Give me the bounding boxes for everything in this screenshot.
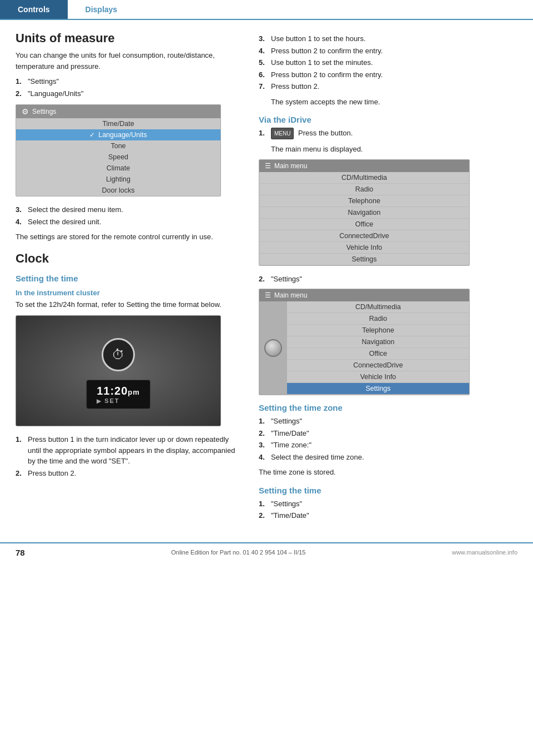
menu-icon: ☰ xyxy=(265,162,271,170)
gear-icon: ⚙ xyxy=(22,107,29,116)
via-idrive-steps: 1. MENU Press the button. xyxy=(259,128,517,139)
units-footer: The settings are stored for the remote c… xyxy=(16,231,243,243)
menu-row: Vehicle Info xyxy=(287,371,469,383)
units-title: Units of measure xyxy=(16,31,243,46)
step7-subtext: The system accepts the new time. xyxy=(271,97,517,108)
setting-time2-steps: 1. "Settings" 2. "Time/Date" xyxy=(259,498,517,521)
menu-item-language: Language/Units xyxy=(16,129,220,140)
settings-screenshot: ⚙ Settings Time/Date Language/Units Tone… xyxy=(16,104,221,196)
list-item: 1. "Settings" xyxy=(259,498,517,510)
list-item: 1. "Settings" xyxy=(16,76,243,87)
units-body: You can change the units for fuel consum… xyxy=(16,50,243,72)
instrument-cluster-title: In the instrument cluster xyxy=(16,289,243,297)
list-item: 1. "Settings" xyxy=(259,416,517,427)
main-menu-displayed: The main menu is displayed. xyxy=(271,144,517,155)
menu-item-timedate: Time/Date xyxy=(16,118,220,129)
menu-row: ConnectedDrive xyxy=(259,230,469,242)
main-menu-header-2: ☰ Main menu xyxy=(259,289,469,301)
cluster-screenshot: ⏱ 11:20pm SET xyxy=(16,315,221,426)
menu-layout-2: CD/Multimedia Radio Telephone Navigation… xyxy=(259,301,469,395)
menu-item-doorlocks: Door locks xyxy=(16,185,220,196)
time-display: 11:20pm xyxy=(97,385,140,397)
menu-row: CD/Multimedia xyxy=(287,301,469,313)
menu-item-climate: Climate xyxy=(16,163,220,174)
set-label: SET xyxy=(97,397,140,404)
header: Controls Displays xyxy=(0,0,533,20)
menu-icon-2: ☰ xyxy=(265,291,271,299)
list-item: 2. "Time/Date" xyxy=(259,428,517,439)
list-item: 1. Press button 1 in the turn indicator … xyxy=(16,434,243,467)
page-body: Units of measure You can change the unit… xyxy=(0,20,533,537)
menu-items-col-2: CD/Multimedia Radio Telephone Navigation… xyxy=(287,301,469,395)
list-item: 6. Press button 2 to confirm the entry. xyxy=(259,69,517,80)
menu-row: Radio xyxy=(287,313,469,325)
setting-time-title: Setting the time xyxy=(16,274,243,283)
list-item: 2. "Language/Units" xyxy=(16,88,243,99)
menu-item-tone: Tone xyxy=(16,140,220,152)
menu-item-lighting: Lighting xyxy=(16,174,220,185)
menu-row: Telephone xyxy=(259,195,469,207)
units-steps-cont: 3. Select the desired menu item. 4. Sele… xyxy=(16,204,243,227)
knob-circle xyxy=(264,339,282,357)
list-item: 4. Select the desired time zone. xyxy=(259,452,517,463)
menu-row: Radio xyxy=(259,184,469,195)
menu-button-icon: MENU xyxy=(271,128,294,139)
via-idrive-step2-list: 2. "Settings" xyxy=(259,274,517,285)
list-item: 1. MENU Press the button. xyxy=(259,128,517,139)
menu-row: CD/Multimedia xyxy=(259,172,469,184)
units-list: 1. "Settings" 2. "Language/Units" xyxy=(16,76,243,99)
menu-row: Telephone xyxy=(287,325,469,336)
main-menu-header: ☰ Main menu xyxy=(259,160,469,172)
list-item: 3. Use button 1 to set the hours. xyxy=(259,33,517,44)
clock-title: Clock xyxy=(16,251,243,266)
footer: 78 Online Edition for Part no. 01 40 2 9… xyxy=(0,542,533,562)
list-item: 7. Press button 2. xyxy=(259,81,517,92)
menu-row: Navigation xyxy=(259,207,469,219)
menu-row: Vehicle Info xyxy=(259,242,469,254)
menu-bar: ⚙ Settings xyxy=(16,105,220,118)
right-column: 3. Use button 1 to set the hours. 4. Pre… xyxy=(259,31,517,526)
list-item: 4. Select the desired unit. xyxy=(16,216,243,228)
right-steps: 3. Use button 1 to set the hours. 4. Pre… xyxy=(259,33,517,92)
menu-layout: CD/Multimedia Radio Telephone Navigation… xyxy=(259,172,469,265)
list-item: 2. "Time/Date" xyxy=(259,510,517,521)
tz-footer: The time zone is stored. xyxy=(259,467,517,478)
menu-row: Office xyxy=(259,219,469,230)
menu-row: Settings xyxy=(259,254,469,265)
list-item: 3. "Time zone:" xyxy=(259,440,517,451)
footer-note: Online Edition for Part no. 01 40 2 954 … xyxy=(171,549,305,556)
left-column: Units of measure You can change the unit… xyxy=(16,31,243,526)
cluster-body: To set the 12h/24h format, refer to Sett… xyxy=(16,299,243,310)
list-item: 3. Select the desired menu item. xyxy=(16,204,243,215)
menu-knob xyxy=(259,301,287,395)
setting-tz-steps: 1. "Settings" 2. "Time/Date" 3. "Time zo… xyxy=(259,416,517,462)
setting-time-title-2: Setting the time xyxy=(259,486,517,495)
list-item: 2. Press button 2. xyxy=(16,468,243,479)
list-item: 5. Use button 1 to set the minutes. xyxy=(259,57,517,68)
menu-row: Office xyxy=(287,348,469,360)
page-number: 78 xyxy=(16,548,25,557)
menu-row: Navigation xyxy=(287,336,469,348)
menu-item-speed: Speed xyxy=(16,152,220,163)
main-menu-screenshot-1: ☰ Main menu CD/Multimedia Radio Telephon… xyxy=(259,159,470,266)
via-idrive-title: Via the iDrive xyxy=(259,115,517,124)
tab-controls[interactable]: Controls xyxy=(0,0,68,19)
menu-row: ConnectedDrive xyxy=(287,360,469,371)
tab-displays[interactable]: Displays xyxy=(68,0,135,19)
setting-tz-title: Setting the time zone xyxy=(259,403,517,412)
clock-icon: ⏱ xyxy=(102,338,135,371)
list-item: 4. Press button 2 to confirm the entry. xyxy=(259,46,517,57)
set-display: 11:20pm SET xyxy=(86,380,150,409)
menu-items-col: CD/Multimedia Radio Telephone Navigation… xyxy=(259,172,469,265)
main-menu-screenshot-2: ☰ Main menu CD/Multimedia Radio Telephon… xyxy=(259,289,470,395)
menu-row-settings-selected: Settings xyxy=(287,383,469,395)
list-item: 2. "Settings" xyxy=(259,274,517,285)
cluster-steps: 1. Press button 1 in the turn indicator … xyxy=(16,434,243,478)
